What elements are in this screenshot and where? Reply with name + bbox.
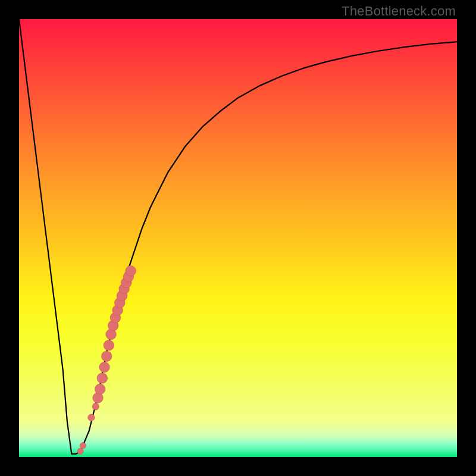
chart-frame bbox=[19, 19, 457, 457]
bottleneck-curve bbox=[19, 19, 457, 454]
chart-svg bbox=[19, 19, 457, 457]
watermark-text: TheBottleneck.com bbox=[342, 4, 456, 19]
plot-area bbox=[19, 19, 457, 457]
marker-dot bbox=[99, 362, 110, 372]
marker-dot bbox=[92, 403, 99, 411]
marker-dot bbox=[95, 384, 105, 394]
highlighted-markers bbox=[77, 265, 136, 454]
marker-dot bbox=[97, 373, 108, 384]
marker-dot bbox=[88, 414, 95, 421]
marker-dot bbox=[126, 265, 136, 276]
marker-dot bbox=[104, 340, 114, 351]
marker-dot bbox=[77, 448, 83, 454]
marker-dot bbox=[80, 443, 86, 449]
marker-dot bbox=[101, 351, 112, 362]
